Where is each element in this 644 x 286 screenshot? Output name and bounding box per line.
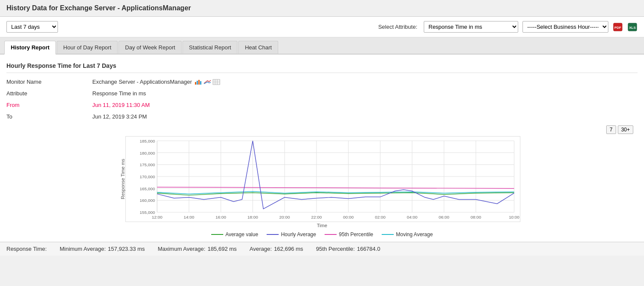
monitor-label: Monitor Name: [6, 77, 92, 86]
chart-controls: 7 30+: [6, 125, 638, 134]
legend-moving-avg-label: Moving Average: [396, 231, 433, 237]
chart-btn-7[interactable]: 7: [606, 125, 616, 134]
monitor-icons: [194, 79, 220, 85]
x-axis-label: Time: [118, 223, 526, 228]
svg-text:155,000: 155,000: [140, 210, 155, 215]
legend-avg-value: Average value: [211, 231, 258, 237]
tab-statistical[interactable]: Statistical Report: [182, 41, 237, 54]
legend-95th: 95th Percentile: [325, 231, 373, 237]
svg-text:16:00: 16:00: [216, 215, 226, 219]
svg-text:160,000: 160,000: [140, 198, 155, 203]
legend-95th-label: 95th Percentile: [339, 231, 373, 237]
to-value: Jun 12, 2019 3:24 PM: [92, 112, 638, 121]
footer-p95: 95th Percentile: 166784.0: [316, 246, 380, 252]
chart-btn-30[interactable]: 30+: [618, 125, 633, 134]
chart-svg-wrap: Response Time ms 185,000 180,000 175,000: [118, 136, 526, 222]
y-axis-label: Response Time ms: [118, 136, 125, 222]
footer-max-value: 185,692 ms: [207, 246, 237, 252]
svg-text:175,000: 175,000: [140, 162, 155, 167]
hourly-avg-line: [157, 141, 514, 209]
svg-text:00:00: 00:00: [343, 215, 354, 219]
toolbar-right: Select Attribute: Response Time in ms --…: [378, 21, 638, 33]
time-select-wrap: Last 7 days Last 30 days Last 90 days: [6, 21, 58, 33]
legend-moving-avg: Moving Average: [382, 231, 433, 237]
footer-avg: Average: 162,696 ms: [249, 246, 303, 252]
toolbar: Last 7 days Last 30 days Last 90 days Se…: [0, 17, 644, 37]
excel-icon: XLS: [628, 23, 637, 31]
footer-stats: Response Time: Minimum Average: 157,923.…: [0, 242, 644, 256]
footer-min: Minimum Average: 157,923.33 ms: [60, 246, 145, 252]
main-chart: 185,000 180,000 175,000 170,000 165,000 …: [125, 136, 520, 222]
report-info: Monitor Name Exchange Server - Applicati…: [6, 77, 638, 121]
attribute-select[interactable]: Response Time in ms: [424, 21, 518, 33]
from-label: From: [6, 100, 92, 110]
svg-rect-5: [197, 81, 198, 85]
chart-area: Response Time ms 185,000 180,000 175,000: [118, 136, 526, 237]
monitor-value: Exchange Server - ApplicationsManager: [92, 77, 638, 86]
tab-hour-of-day[interactable]: Hour of Day Report: [57, 41, 118, 54]
footer-p95-value: 166784.0: [357, 246, 380, 252]
footer-response-label: Response Time:: [6, 246, 47, 252]
legend-hourly-avg-label: Hourly Average: [281, 231, 316, 237]
tabs-bar: History Report Hour of Day Report Day of…: [0, 37, 644, 55]
page-title: History Data for Exchange Server - Appli…: [0, 0, 644, 17]
svg-text:06:00: 06:00: [439, 215, 450, 219]
legend-avg-value-label: Average value: [225, 231, 258, 237]
legend-hourly-avg-line: [267, 234, 279, 235]
svg-rect-8: [213, 79, 220, 85]
svg-text:10:00: 10:00: [509, 215, 519, 219]
section-title: Hourly Response Time for Last 7 Days: [6, 59, 638, 73]
line-chart-icon[interactable]: [204, 79, 211, 85]
footer-max: Maximum Average: 185,692 ms: [158, 246, 237, 252]
legend-avg-value-line: [211, 234, 223, 235]
svg-text:12:00: 12:00: [152, 215, 163, 219]
excel-export-button[interactable]: XLS: [627, 22, 638, 32]
footer-max-label: Maximum Average:: [158, 246, 205, 252]
svg-text:165,000: 165,000: [140, 186, 155, 191]
pdf-icon: PDF: [613, 23, 623, 31]
footer-avg-label: Average:: [249, 246, 272, 252]
legend-moving-avg-line: [382, 234, 394, 235]
svg-text:18:00: 18:00: [247, 215, 258, 219]
footer-p95-label: 95th Percentile:: [316, 246, 355, 252]
grid-icon[interactable]: [213, 79, 220, 85]
svg-text:PDF: PDF: [614, 26, 621, 30]
business-hour-select[interactable]: -----Select Business Hour------: [522, 21, 608, 33]
report-content: Hourly Response Time for Last 7 Days Mon…: [0, 55, 644, 242]
attribute-label: Select Attribute:: [378, 24, 417, 30]
svg-text:22:00: 22:00: [311, 215, 322, 219]
bar-chart-icon[interactable]: [194, 79, 202, 85]
svg-rect-6: [198, 80, 200, 85]
svg-rect-7: [200, 81, 201, 85]
legend-hourly-avg: Hourly Average: [267, 231, 316, 237]
attribute-info-label: Attribute: [6, 89, 92, 98]
footer-min-label: Minimum Average:: [60, 246, 106, 252]
svg-text:04:00: 04:00: [407, 215, 418, 219]
tab-history[interactable]: History Report: [4, 41, 56, 55]
svg-text:180,000: 180,000: [140, 151, 155, 155]
from-value: Jun 11, 2019 11:30 AM: [92, 100, 638, 110]
svg-text:14:00: 14:00: [184, 215, 194, 219]
time-select[interactable]: Last 7 days Last 30 days Last 90 days: [6, 21, 58, 33]
tab-heat-chart[interactable]: Heat Chart: [238, 41, 278, 54]
svg-text:02:00: 02:00: [375, 215, 386, 219]
attribute-info-value: Response Time in ms: [92, 89, 638, 98]
svg-rect-4: [195, 82, 196, 85]
svg-text:XLS: XLS: [629, 26, 636, 30]
y-axis: 185,000 180,000 175,000 170,000 165,000 …: [140, 139, 514, 215]
tab-day-of-week[interactable]: Day of Week Report: [118, 41, 182, 54]
footer-avg-value: 162,696 ms: [274, 246, 303, 252]
footer-min-value: 157,923.33 ms: [108, 246, 145, 252]
pdf-export-button[interactable]: PDF: [613, 22, 623, 32]
svg-text:185,000: 185,000: [140, 139, 155, 143]
chart-legend: Average value Hourly Average 95th Percen…: [118, 231, 526, 237]
to-label: To: [6, 112, 92, 121]
svg-text:20:00: 20:00: [279, 215, 290, 219]
svg-text:08:00: 08:00: [471, 215, 481, 219]
x-axis: 12:00 14:00 16:00 18:00 20:00 22:00 00:0…: [152, 215, 520, 219]
svg-text:170,000: 170,000: [140, 174, 155, 179]
legend-95th-line: [325, 234, 337, 235]
